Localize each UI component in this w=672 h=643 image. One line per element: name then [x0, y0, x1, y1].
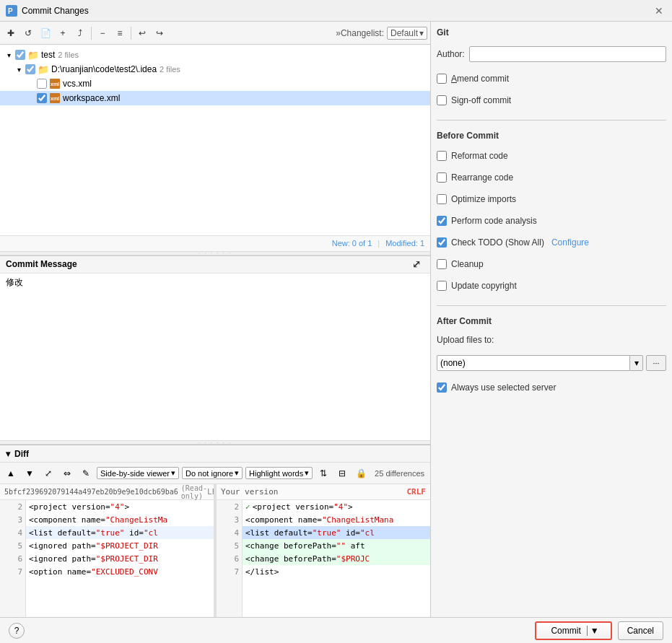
- next-diff-btn[interactable]: ▼: [22, 465, 38, 481]
- diff-expand-btn[interactable]: ⤢: [40, 465, 56, 481]
- tree-file-workspace[interactable]: xml workspace.xml: [0, 91, 430, 105]
- status-modified: Modified: 1: [385, 239, 424, 248]
- update-copyright-checkbox[interactable]: [437, 281, 447, 291]
- app-icon: P: [6, 5, 17, 17]
- configure-link[interactable]: Configure: [551, 237, 589, 248]
- commit-message-body[interactable]: 修改: [0, 274, 430, 441]
- folder-checkbox[interactable]: [25, 64, 35, 74]
- diff-title: Diff: [14, 449, 29, 459]
- ignore-mode-select[interactable]: Do not ignore ▾: [182, 467, 243, 479]
- changelist-selector: »Changelist: Default ▾: [336, 27, 427, 40]
- reformat-row: Reformat code: [437, 149, 666, 162]
- diff-left-header: 5bfcf239692079144a497eb20b9e9e10dcb69ba6…: [0, 484, 214, 500]
- commit-message-header: Commit Message ⤢: [0, 256, 430, 274]
- signoff-label: Sign-off commit: [451, 95, 511, 105]
- left-line-3: <list default="true" id="cl: [26, 526, 214, 539]
- ignore-mode-label: Do not ignore: [186, 469, 233, 478]
- diff-count: 25 differences: [375, 469, 424, 478]
- amend-label: Amend commit: [451, 74, 509, 84]
- show-diff-btn[interactable]: 📄: [38, 25, 53, 41]
- rearrange-checkbox[interactable]: [437, 172, 447, 183]
- check-todo-row: Check TODO (Show All) Configure: [437, 236, 666, 249]
- right-line-5: <change beforePath="$PROJC: [243, 552, 430, 565]
- right-version: Your version: [221, 487, 278, 497]
- plus-btn[interactable]: +: [55, 25, 71, 41]
- upload-label: Upload files to:: [437, 335, 494, 345]
- expand-btn[interactable]: ⤢: [409, 256, 424, 272]
- diff-collapse-btn[interactable]: ⇔: [59, 465, 75, 481]
- diff-toolbar: ▲ ▼ ⤢ ⇔ ✎ Side-by-side viewer ▾ Do not i…: [0, 463, 430, 484]
- optimize-checkbox[interactable]: [437, 194, 447, 204]
- upload-select-arrow[interactable]: ▾: [630, 355, 643, 371]
- left-panel: ✚ ↺ 📄 + ⤴ − ≡ ↩ ↪ »Changelist: Default ▾: [0, 22, 431, 643]
- status-new: New: 0 of 1: [332, 239, 372, 248]
- tree-folder[interactable]: ▾ 📁 D:\ruanjian\code\test2\.idea 2 files: [0, 62, 430, 76]
- diff-arrow: ▾: [6, 449, 10, 459]
- always-use-checkbox[interactable]: [437, 382, 447, 393]
- workspace-checkbox[interactable]: [37, 93, 47, 103]
- right-line-2: <component name="ChangeListMana: [243, 513, 430, 526]
- right-line-4: <change beforePath="" aft: [243, 539, 430, 552]
- redo-btn[interactable]: ↪: [152, 25, 167, 41]
- reformat-label: Reformat code: [451, 151, 508, 161]
- after-commit-title: After Commit: [437, 316, 666, 329]
- perform-checkbox[interactable]: [437, 216, 447, 226]
- diff-header[interactable]: ▾ Diff: [0, 445, 430, 463]
- upload-row: Upload files to:: [437, 335, 666, 345]
- reformat-checkbox[interactable]: [437, 151, 447, 161]
- author-input[interactable]: [469, 46, 666, 62]
- commit-message-title: Commit Message: [6, 259, 77, 269]
- folder-arrow[interactable]: ▾: [14, 66, 23, 74]
- right-line-1: ✓ <project version="4">: [243, 500, 430, 513]
- refresh-btn[interactable]: ↺: [20, 25, 36, 41]
- lock-btn[interactable]: 🔒: [353, 465, 369, 481]
- root-label: test: [41, 50, 55, 60]
- cancel-button[interactable]: Cancel: [618, 621, 663, 640]
- upload-controls: (none) ▾ ···: [437, 355, 666, 371]
- move-btn[interactable]: ⤴: [72, 25, 88, 41]
- sync-scroll-btn[interactable]: ⇅: [315, 465, 331, 481]
- file-tree[interactable]: ▾ 📁 test 2 files ▾ 📁 D:\ruanjian\code\te…: [0, 45, 430, 235]
- folder-label: D:\ruanjian\code\test2\.idea: [51, 64, 157, 74]
- changelist-dropdown[interactable]: Default ▾: [387, 27, 427, 40]
- vcs-checkbox[interactable]: [37, 79, 47, 89]
- right-line-3: <list default="true" id="cl: [243, 526, 430, 539]
- title-bar: P Commit Changes ✕: [0, 0, 672, 22]
- vcs-label: vcs.xml: [63, 79, 92, 89]
- git-title: Git: [437, 27, 666, 40]
- upload-select[interactable]: (none): [437, 355, 630, 371]
- add-btn[interactable]: ✚: [3, 25, 19, 41]
- root-checkbox[interactable]: [15, 50, 25, 60]
- diff-settings-btn[interactable]: ✎: [78, 465, 94, 481]
- diff-section: ▾ Diff ▲ ▼ ⤢ ⇔ ✎ Side-by-side viewer ▾ D…: [0, 445, 430, 643]
- highlight-mode-select[interactable]: Highlight words ▾: [245, 467, 313, 479]
- undo-btn[interactable]: ↩: [134, 25, 150, 41]
- vcs-file-icon: xml: [49, 78, 61, 89]
- prev-diff-btn[interactable]: ▲: [3, 465, 19, 481]
- svg-text:P: P: [8, 7, 13, 15]
- check-todo-checkbox[interactable]: [437, 237, 447, 248]
- help-button[interactable]: ?: [9, 623, 25, 639]
- update-copyright-label: Update copyright: [451, 281, 517, 291]
- upload-browse-btn[interactable]: ···: [646, 355, 666, 371]
- commit-button[interactable]: Commit ▼: [535, 621, 611, 640]
- side-by-side-btn[interactable]: ⊟: [334, 465, 350, 481]
- close-button[interactable]: ✕: [652, 4, 666, 18]
- left-line-6: <option name="EXCLUDED_CONV: [26, 565, 214, 578]
- window-title: Commit Changes: [22, 6, 652, 16]
- root-arrow[interactable]: ▾: [4, 51, 13, 59]
- always-use-label: Always use selected server: [451, 382, 556, 393]
- tree-root[interactable]: ▾ 📁 test 2 files: [0, 48, 430, 62]
- group-btn[interactable]: ≡: [112, 25, 128, 41]
- cleanup-checkbox[interactable]: [437, 259, 447, 269]
- amend-row: Amend commit: [437, 72, 666, 85]
- left-line-4: <ignored path="$PROJECT_DIR: [26, 539, 214, 552]
- tree-file-vcs[interactable]: xml vcs.xml: [0, 76, 430, 91]
- minus-btn[interactable]: −: [95, 25, 110, 41]
- commit-dropdown-arrow[interactable]: ▼: [587, 626, 602, 636]
- signoff-checkbox[interactable]: [437, 95, 447, 105]
- perform-row: Perform code analysis: [437, 214, 666, 227]
- commit-label: Commit: [545, 626, 586, 636]
- amend-checkbox[interactable]: [437, 74, 447, 84]
- viewer-mode-select[interactable]: Side-by-side viewer ▾: [97, 467, 179, 479]
